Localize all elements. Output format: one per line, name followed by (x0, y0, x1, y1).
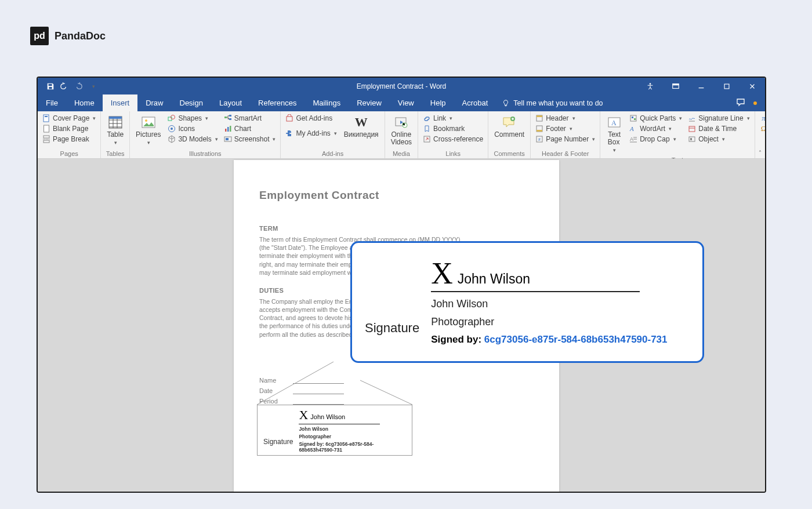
screenshot-button[interactable]: Screenshot▾ (223, 134, 277, 144)
tab-acrobat[interactable]: Acrobat (454, 94, 496, 111)
chart-label: Chart (234, 125, 251, 133)
text-box-button[interactable]: A Text Box ▾ (604, 114, 625, 155)
signature-callout: Signature X John Wilson John Wilson Phot… (350, 241, 704, 363)
cross-reference-button[interactable]: Cross-reference (422, 134, 484, 144)
field-name-row: Name (259, 377, 534, 384)
wikipedia-icon: W (353, 115, 369, 130)
footer-icon (535, 125, 543, 133)
quick-parts-button[interactable]: Quick Parts▾ (628, 114, 683, 123)
tab-mailings[interactable]: Mailings (305, 94, 349, 111)
field-name-label: Name (259, 377, 286, 384)
svg-point-14 (145, 119, 147, 122)
date-time-button[interactable]: Date & Time (687, 124, 751, 133)
my-addins-button[interactable]: My Add-ins▾ (284, 129, 338, 138)
tab-insert[interactable]: Insert (103, 94, 138, 111)
pictures-button[interactable]: Pictures▾ (133, 114, 163, 147)
drop-cap-label: Drop Cap (640, 135, 669, 143)
group-pages-label: Pages (41, 149, 97, 158)
svg-rect-9 (44, 140, 49, 143)
redo-icon[interactable] (74, 82, 83, 91)
symbol-button[interactable]: ΩSymbol▾ (759, 124, 766, 133)
tab-references[interactable]: References (250, 94, 304, 111)
shapes-button[interactable]: Shapes▾ (166, 114, 219, 123)
tab-help[interactable]: Help (422, 94, 454, 111)
signature-line-label: Signature Line (698, 114, 743, 122)
maximize-button[interactable] (714, 78, 740, 94)
svg-rect-5 (44, 115, 49, 122)
undo-icon[interactable] (60, 82, 69, 91)
tab-file[interactable]: File (38, 94, 66, 111)
svg-text:A: A (629, 125, 634, 132)
signature-line-button[interactable]: Signature Line▾ (687, 114, 751, 123)
blank-page-button[interactable]: Blank Page (41, 124, 97, 133)
tab-view[interactable]: View (390, 94, 422, 111)
tab-design[interactable]: Design (172, 94, 211, 111)
link-button[interactable]: Link▾ (422, 114, 484, 123)
collapse-ribbon-icon[interactable]: ˄ (759, 150, 762, 156)
group-links-label: Links (422, 149, 484, 158)
group-header-footer: Header▾ Footer▾ #Page Number▾ Header & F… (531, 111, 600, 158)
header-button[interactable]: Header▾ (534, 114, 596, 123)
tab-home[interactable]: Home (66, 94, 103, 111)
wordart-button[interactable]: AWordArt▾ (628, 124, 683, 133)
table-button[interactable]: Table▾ (104, 114, 126, 147)
get-addins-button[interactable]: Get Add-ins (284, 114, 338, 123)
field-date-line[interactable] (293, 387, 344, 394)
save-icon[interactable] (46, 82, 55, 91)
svg-rect-4 (724, 84, 729, 89)
cover-page-label: Cover Page (53, 114, 89, 122)
svg-rect-12 (109, 117, 122, 119)
comment-button[interactable]: Comment (492, 114, 527, 140)
tab-review[interactable]: Review (349, 94, 390, 111)
comments-pane-icon[interactable] (736, 97, 745, 108)
minimize-button[interactable] (688, 78, 714, 94)
bookmark-button[interactable]: Bookmark (422, 124, 484, 133)
online-videos-button[interactable]: Online Videos (389, 114, 414, 147)
group-tables-label: Tables (104, 149, 126, 158)
svg-rect-20 (229, 115, 231, 117)
cover-page-button[interactable]: Cover Page▾ (41, 114, 97, 123)
group-comments-label: Comments (492, 149, 527, 158)
field-date-label: Date (259, 387, 286, 394)
signature-typed-name-large: John Wilson (458, 271, 530, 287)
chart-button[interactable]: Chart (223, 124, 277, 133)
tab-draw[interactable]: Draw (137, 94, 171, 111)
page-break-label: Page Break (53, 135, 89, 143)
3d-models-button[interactable]: 3D Models▾ (166, 134, 219, 144)
field-period-line[interactable] (293, 398, 344, 405)
tab-layout[interactable]: Layout (211, 94, 250, 111)
svg-point-0 (650, 83, 651, 85)
svg-rect-42 (634, 118, 636, 120)
svg-rect-2 (673, 83, 679, 85)
page-number-button[interactable]: #Page Number▾ (534, 134, 596, 144)
icons-button[interactable]: Icons (166, 124, 219, 133)
cross-reference-icon (423, 135, 431, 143)
quick-access-toolbar: ▾ (38, 82, 98, 91)
table-label: Table (107, 130, 124, 139)
pictures-icon (140, 115, 157, 130)
svg-rect-22 (225, 129, 227, 132)
blank-page-icon (42, 125, 50, 133)
field-name-line[interactable] (293, 377, 344, 384)
svg-text:A: A (630, 136, 633, 142)
shapes-label: Shapes (178, 114, 202, 122)
cross-reference-label: Cross-reference (433, 135, 483, 143)
tell-me-search[interactable]: Tell me what you want to do (496, 94, 603, 111)
qat-customize-icon[interactable]: ▾ (89, 82, 98, 91)
svg-rect-41 (632, 117, 633, 118)
smartart-button[interactable]: SmartArt (223, 114, 277, 123)
footer-button[interactable]: Footer▾ (534, 124, 596, 133)
ribbon-display-icon[interactable] (663, 78, 688, 94)
wikipedia-button[interactable]: W Википедия (342, 114, 381, 140)
drop-cap-button[interactable]: ADrop Cap▾ (628, 134, 683, 144)
object-button[interactable]: Object▾ (687, 134, 751, 144)
close-button[interactable] (740, 78, 765, 94)
wordart-icon: A (629, 125, 637, 133)
accessibility-icon[interactable] (637, 78, 663, 94)
svg-rect-24 (230, 126, 231, 132)
equation-button[interactable]: πEquation▾ (759, 114, 766, 123)
svg-rect-19 (224, 117, 227, 118)
symbol-icon: Ω (760, 125, 766, 133)
signature-box-small[interactable]: Signature X John Wilson John Wilson Phot… (257, 405, 412, 456)
page-break-button[interactable]: Page Break (41, 134, 97, 144)
